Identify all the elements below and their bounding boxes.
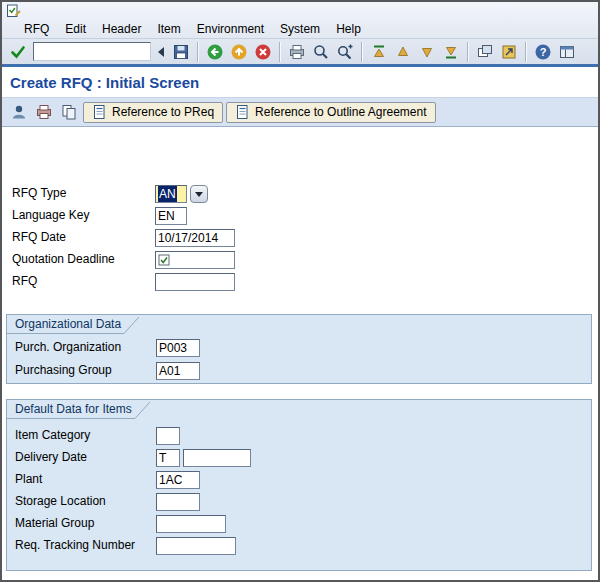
item-category-label: Item Category [15, 428, 90, 442]
find-icon [312, 43, 330, 61]
group-title: Organizational Data [7, 315, 124, 334]
button-label: Reference to Outline Agreement [255, 105, 426, 119]
find-button[interactable] [310, 41, 332, 63]
reference-to-preq-button[interactable]: Reference to PReq [83, 102, 223, 123]
button-label: Reference to PReq [112, 105, 214, 119]
user-icon [10, 103, 28, 121]
menu-rfq[interactable]: RFQ [16, 21, 57, 37]
group-title-tab: Default Data for Items [7, 400, 150, 419]
purchasing-group-row: Purchasing Group A01 [7, 361, 591, 381]
menu-help[interactable]: Help [328, 21, 369, 37]
tab-diagonal [124, 317, 139, 334]
page-title: Create RFQ : Initial Screen [10, 74, 199, 91]
quotation-deadline-field[interactable] [155, 251, 235, 269]
first-page-button[interactable] [368, 41, 390, 63]
plant-field[interactable]: 1AC [156, 471, 200, 489]
prev-page-icon [394, 43, 412, 61]
language-key-label: Language Key [12, 208, 89, 222]
language-key-field[interactable]: EN [155, 207, 187, 225]
material-group-label: Material Group [15, 516, 94, 530]
group-title-tab: Organizational Data [7, 315, 139, 334]
help-button[interactable]: ? [532, 41, 554, 63]
next-page-button[interactable] [416, 41, 438, 63]
print-button[interactable] [286, 41, 308, 63]
delivery-date-label: Delivery Date [15, 450, 87, 464]
quotation-deadline-label: Quotation Deadline [12, 252, 115, 266]
purch-organization-field[interactable]: P003 [156, 339, 200, 357]
rfq-date-field[interactable]: 10/17/2014 [155, 229, 235, 247]
system-menu-row [6, 3, 22, 19]
req-tracking-number-label: Req. Tracking Number [15, 538, 135, 552]
rfq-date-label: RFQ Date [12, 230, 66, 244]
menu-header[interactable]: Header [94, 21, 149, 37]
command-field[interactable] [33, 42, 151, 61]
rfq-type-label: RFQ Type [12, 186, 66, 200]
purchasing-group-label: Purchasing Group [15, 363, 112, 377]
dropdown-icon [195, 192, 203, 197]
save-button[interactable] [170, 41, 192, 63]
menu-item[interactable]: Item [149, 21, 188, 37]
rfq-number-field[interactable] [155, 273, 235, 291]
back-button[interactable] [204, 41, 226, 63]
storage-location-row: Storage Location [7, 492, 591, 512]
material-group-field[interactable] [156, 515, 226, 533]
last-page-button[interactable] [440, 41, 462, 63]
quotation-deadline-row: Quotation Deadline [2, 250, 598, 270]
exit-icon [230, 43, 248, 61]
delivery-date-category-field[interactable]: T [156, 449, 180, 467]
storage-location-field[interactable] [156, 493, 200, 511]
purchasing-group-field[interactable]: A01 [156, 362, 200, 380]
material-group-row: Material Group [7, 514, 591, 534]
user-button[interactable] [8, 101, 30, 123]
toolbar-separator [525, 42, 527, 62]
find-next-button[interactable] [334, 41, 356, 63]
new-session-button[interactable] [474, 41, 496, 63]
rfq-number-label: RFQ [12, 274, 37, 288]
shortcut-icon [500, 43, 518, 61]
value-help-button[interactable] [190, 185, 208, 203]
menu-edit[interactable]: Edit [57, 21, 94, 37]
cancel-button[interactable] [252, 41, 274, 63]
enter-button[interactable] [7, 41, 29, 63]
prev-page-button[interactable] [392, 41, 414, 63]
menu-bar: RFQ Edit Header Item Environment System … [2, 19, 598, 39]
exit-button[interactable] [228, 41, 250, 63]
svg-text:?: ? [540, 46, 547, 58]
req-tracking-number-field[interactable] [156, 537, 236, 555]
sap-window: RFQ Edit Header Item Environment System … [0, 0, 600, 582]
toolbar-separator [467, 42, 469, 62]
menu-system[interactable]: System [272, 21, 328, 37]
help-icon: ? [534, 43, 552, 61]
enter-check-icon [9, 43, 27, 61]
print-icon [288, 43, 306, 61]
command-collapse-button[interactable] [153, 41, 168, 63]
rfq-type-row: RFQ Type AN [2, 184, 598, 204]
organizational-data-group: Organizational Data Purch. Organization … [6, 314, 592, 384]
delivery-date-row: Delivery Date T [7, 448, 591, 468]
overview-button[interactable] [58, 101, 80, 123]
standard-toolbar: ? [2, 39, 598, 64]
overview-icon [60, 103, 78, 121]
toolbar-separator [197, 42, 199, 62]
delivery-date-field[interactable] [183, 449, 251, 467]
reference-to-outline-agreement-button[interactable]: Reference to Outline Agreement [226, 102, 435, 123]
new-session-icon [476, 43, 494, 61]
menu-environment[interactable]: Environment [189, 21, 272, 37]
rfq-type-value: AN [158, 186, 177, 202]
cancel-icon [254, 43, 272, 61]
rfq-type-field[interactable]: AN [155, 185, 187, 203]
storage-location-label: Storage Location [15, 494, 106, 508]
print-preview-button[interactable] [33, 101, 55, 123]
next-page-icon [418, 43, 436, 61]
back-icon [206, 43, 224, 61]
plant-label: Plant [15, 472, 42, 486]
application-toolbar: Reference to PReq Reference to Outline A… [2, 97, 598, 127]
printer-icon [35, 103, 53, 121]
system-menu-icon[interactable] [6, 3, 22, 19]
rfq-date-row: RFQ Date 10/17/2014 [2, 228, 598, 248]
purch-organization-label: Purch. Organization [15, 340, 121, 354]
req-tracking-number-row: Req. Tracking Number [7, 536, 591, 556]
shortcut-button[interactable] [498, 41, 520, 63]
item-category-field[interactable] [156, 427, 180, 445]
customize-button[interactable] [556, 41, 578, 63]
